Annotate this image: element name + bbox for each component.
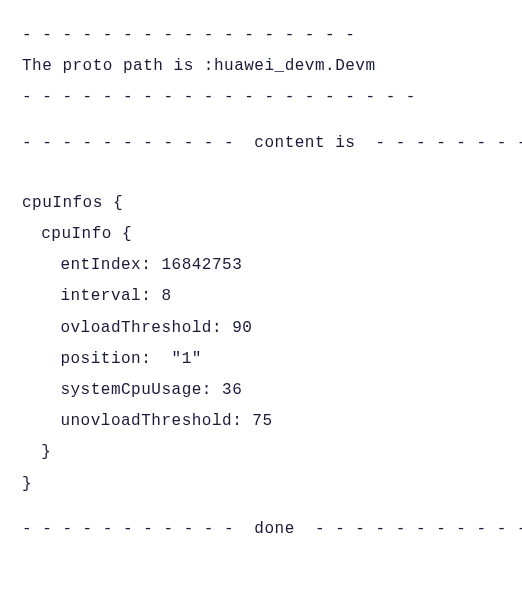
cpuinfos-close: } xyxy=(22,469,500,500)
separator-top: - - - - - - - - - - - - - - - - - xyxy=(22,20,500,51)
separator-after-proto: - - - - - - - - - - - - - - - - - - - - xyxy=(22,82,500,113)
spacer xyxy=(22,500,500,514)
cpuinfo-open: cpuInfo { xyxy=(22,219,500,250)
field-entindex: entIndex: 16842753 xyxy=(22,250,500,281)
cpuinfo-close: } xyxy=(22,437,500,468)
content-header-line: - - - - - - - - - - - content is - - - -… xyxy=(22,128,500,159)
spacer xyxy=(22,114,500,128)
field-ovloadthreshold: ovloadThreshold: 90 xyxy=(22,313,500,344)
spacer xyxy=(22,159,500,173)
field-systemcpuusage: systemCpuUsage: 36 xyxy=(22,375,500,406)
done-line: - - - - - - - - - - - done - - - - - - -… xyxy=(22,514,500,545)
cpuinfos-open: cpuInfos { xyxy=(22,188,500,219)
field-position: position: "1" xyxy=(22,344,500,375)
field-interval: interval: 8 xyxy=(22,281,500,312)
proto-path-line: The proto path is :huawei_devm.Devm xyxy=(22,51,500,82)
spacer xyxy=(22,174,500,188)
field-unovloadthreshold: unovloadThreshold: 75 xyxy=(22,406,500,437)
